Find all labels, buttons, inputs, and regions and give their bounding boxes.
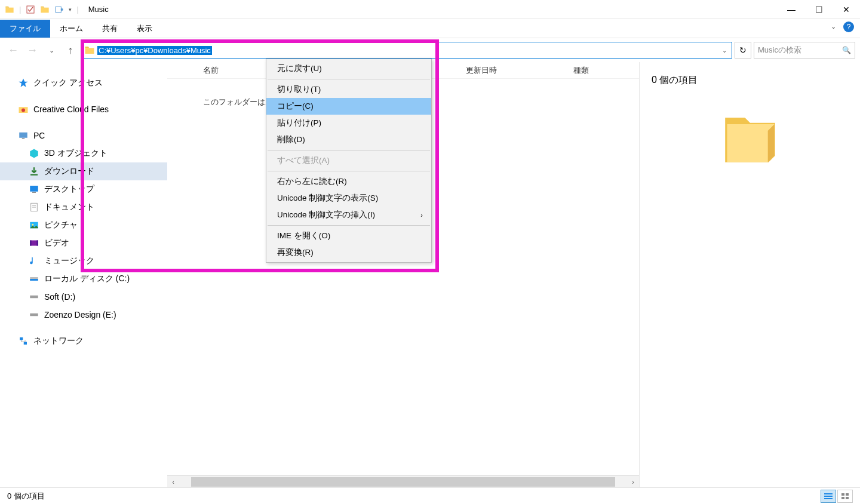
sidebar-label: Creative Cloud Files xyxy=(33,105,109,114)
folder-icon-small[interactable] xyxy=(40,5,50,14)
search-input[interactable]: Musicの検索 🔍 xyxy=(754,42,855,59)
tab-home[interactable]: ホーム xyxy=(50,20,93,38)
search-icon: 🔍 xyxy=(842,46,851,54)
sidebar-label: ローカル ディスク (C:) xyxy=(44,273,130,284)
ctx-separator xyxy=(268,150,430,150)
ctx-delete[interactable]: 削除(D) xyxy=(266,131,431,148)
svg-rect-24 xyxy=(824,496,833,497)
ctx-undo[interactable]: 元に戻す(U) xyxy=(266,60,431,77)
sidebar-network[interactable]: ネットワーク xyxy=(0,332,167,350)
sidebar-documents[interactable]: ドキュメント xyxy=(0,198,167,216)
sidebar-creative-cloud[interactable]: Creative Cloud Files xyxy=(0,100,167,118)
checkbox-icon[interactable] xyxy=(26,5,35,14)
svg-rect-28 xyxy=(841,497,844,499)
sidebar-label: クイック アクセス xyxy=(33,78,103,88)
svg-rect-27 xyxy=(846,493,849,496)
address-folder-icon xyxy=(84,45,95,56)
music-icon xyxy=(29,256,39,266)
ctx-copy[interactable]: コピー(C) xyxy=(266,98,431,115)
tab-share[interactable]: 共有 xyxy=(93,20,127,38)
sidebar-label: デスクトップ xyxy=(44,184,94,195)
ctx-separator xyxy=(268,79,430,79)
refresh-button[interactable]: ↻ xyxy=(735,42,751,59)
sidebar-soft-drive[interactable]: Soft (D:) xyxy=(0,288,167,306)
svg-rect-21 xyxy=(20,337,23,340)
qat-dropdown[interactable]: ▾ xyxy=(69,7,72,13)
svg-rect-1 xyxy=(56,7,61,12)
scroll-thumb[interactable] xyxy=(191,477,615,487)
horizontal-scrollbar[interactable]: ‹ › xyxy=(167,475,639,487)
sidebar-pictures[interactable]: ピクチャ xyxy=(0,216,167,234)
document-icon xyxy=(29,202,39,213)
svg-rect-19 xyxy=(30,296,38,299)
svg-rect-7 xyxy=(30,186,38,192)
ctx-unicode-show[interactable]: Unicode 制御文字の表示(S) xyxy=(266,190,431,207)
sidebar-3d-objects[interactable]: 3D オブジェクト xyxy=(0,145,167,162)
properties-icon[interactable] xyxy=(54,5,64,14)
sidebar-local-disk[interactable]: ローカル ディスク (C:) xyxy=(0,270,167,288)
drive-icon xyxy=(29,291,39,302)
scroll-right-button[interactable]: › xyxy=(627,478,639,485)
svg-point-2 xyxy=(61,8,63,11)
svg-rect-26 xyxy=(841,493,844,496)
sidebar-label: ネットワーク xyxy=(33,336,84,346)
ribbon-tabs: ファイル ホーム 共有 表示 ⌄ ? xyxy=(0,19,860,38)
tab-file[interactable]: ファイル xyxy=(0,20,50,38)
sidebar-desktop[interactable]: デスクトップ xyxy=(0,180,167,198)
sidebar-pc[interactable]: PC xyxy=(0,127,167,145)
ctx-rtl[interactable]: 右から左に読む(R) xyxy=(266,173,431,190)
address-text[interactable]: C:¥Users¥pc¥Downloads¥Music xyxy=(97,46,212,55)
forward-button[interactable]: → xyxy=(24,42,41,59)
ctx-paste[interactable]: 貼り付け(P) xyxy=(266,115,431,131)
preview-pane: 0 個の項目 xyxy=(639,62,860,487)
desktop-icon xyxy=(29,184,39,195)
up-button[interactable]: ↑ xyxy=(62,42,79,59)
view-icons-button[interactable] xyxy=(837,490,853,503)
back-button[interactable]: ← xyxy=(5,42,22,59)
sidebar-label: PC xyxy=(33,131,45,140)
sidebar-downloads[interactable]: ダウンロード xyxy=(0,162,167,180)
sidebar-music[interactable]: ミュージック xyxy=(0,252,167,270)
ctx-select-all[interactable]: すべて選択(A) xyxy=(266,152,431,169)
help-button[interactable]: ? xyxy=(843,21,854,32)
sidebar-label: 3D オブジェクト xyxy=(44,148,108,159)
tab-view[interactable]: 表示 xyxy=(127,20,162,38)
col-type[interactable]: 種類 xyxy=(561,65,633,76)
svg-rect-25 xyxy=(824,498,833,499)
sidebar-label: ピクチャ xyxy=(44,220,78,231)
drive-icon xyxy=(29,309,39,320)
network-icon xyxy=(18,336,29,346)
maximize-button[interactable]: ☐ xyxy=(805,0,833,19)
view-details-button[interactable] xyxy=(821,490,836,503)
window-title: Music xyxy=(88,5,109,14)
svg-rect-22 xyxy=(24,342,27,345)
close-button[interactable]: ✕ xyxy=(833,0,860,19)
sidebar-zoenzo-drive[interactable]: Zoenzo Design (E:) xyxy=(0,306,167,324)
download-icon xyxy=(29,166,39,177)
ctx-separator xyxy=(268,225,430,226)
col-date[interactable]: 更新日時 xyxy=(454,65,561,76)
minimize-button[interactable]: — xyxy=(778,0,805,19)
folder-preview-icon xyxy=(717,105,783,170)
cube-icon xyxy=(29,148,39,159)
scroll-left-button[interactable]: ‹ xyxy=(167,478,179,485)
sidebar: クイック アクセス Creative Cloud Files PC 3D オブジ… xyxy=(0,62,167,487)
svg-rect-23 xyxy=(824,493,833,494)
svg-rect-8 xyxy=(32,192,36,193)
ctx-unicode-insert[interactable]: Unicode 制御文字の挿入(I) › xyxy=(266,207,431,223)
address-dropdown[interactable]: ⌄ xyxy=(720,47,729,54)
svg-rect-15 xyxy=(30,241,31,246)
ribbon-expand-button[interactable]: ⌄ xyxy=(831,23,836,30)
address-bar[interactable]: C:¥Users¥pc¥Downloads¥Music ⌄ xyxy=(81,42,732,59)
creative-cloud-icon xyxy=(18,104,29,115)
search-placeholder: Musicの検索 xyxy=(758,45,801,56)
sidebar-quick-access[interactable]: クイック アクセス xyxy=(0,74,167,92)
ctx-reconvert[interactable]: 再変換(R) xyxy=(266,244,431,261)
recent-dropdown[interactable]: ⌄ xyxy=(43,42,60,59)
svg-rect-29 xyxy=(846,497,849,499)
ctx-ime-open[interactable]: IME を開く(O) xyxy=(266,228,431,244)
sidebar-label: ビデオ xyxy=(44,238,69,248)
sidebar-videos[interactable]: ビデオ xyxy=(0,234,167,252)
ctx-cut[interactable]: 切り取り(T) xyxy=(266,81,431,98)
sidebar-label: ドキュメント xyxy=(44,202,94,213)
